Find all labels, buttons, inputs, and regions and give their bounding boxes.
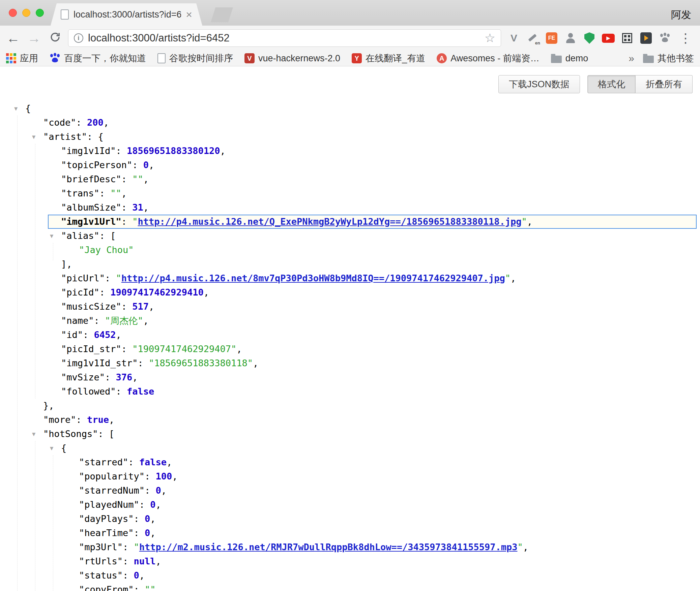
json-punctuation: : bbox=[134, 528, 145, 538]
paw-extension-icon[interactable] bbox=[658, 31, 672, 45]
json-key: "img1v1Id" bbox=[61, 146, 116, 156]
json-tree: ▼{"code": 200,▼"artist": {"img1v1Id": 18… bbox=[0, 100, 700, 591]
json-key: "briefDesc" bbox=[61, 174, 121, 184]
other-bookmarks[interactable]: 其他书签 bbox=[643, 52, 694, 64]
bookmark-youdao[interactable]: Y 在线翻译_有道 bbox=[352, 52, 425, 64]
json-number: 100 bbox=[156, 471, 172, 481]
json-punctuation: , bbox=[132, 372, 138, 382]
back-button[interactable]: ← bbox=[5, 31, 21, 45]
json-number: 0 bbox=[145, 528, 150, 538]
new-tab-button[interactable] bbox=[211, 7, 233, 22]
bookmarks-overflow-icon[interactable]: » bbox=[629, 53, 634, 64]
player-extension-icon[interactable] bbox=[639, 31, 653, 45]
bookmark-awesomes[interactable]: A Awesomes - 前端资… bbox=[437, 52, 539, 64]
json-line: "img1v1Id_str": "18569651883380118", bbox=[0, 356, 700, 370]
browser-menu-icon[interactable]: ⋮ bbox=[676, 32, 695, 44]
collapse-all-button[interactable]: 折叠所有 bbox=[636, 75, 693, 93]
youdao-sub-label: en bbox=[535, 40, 540, 45]
json-number: 0 bbox=[156, 485, 161, 496]
collapse-toggle-icon[interactable]: ▼ bbox=[50, 229, 53, 243]
json-line: ▼"hotSongs": [ bbox=[0, 427, 700, 441]
json-string: " bbox=[505, 273, 511, 283]
json-punctuation: { bbox=[61, 443, 66, 453]
json-punctuation: : bbox=[121, 344, 133, 354]
json-number: 6452 bbox=[94, 330, 116, 340]
address-bar[interactable]: i localhost:3000/artists?id=6452 ☆ bbox=[68, 29, 501, 47]
json-punctuation: : bbox=[132, 160, 143, 170]
youtube-icon[interactable]: ▶ bbox=[601, 31, 616, 45]
json-string: "" bbox=[132, 174, 143, 184]
adblock-shield-icon[interactable] bbox=[582, 31, 597, 45]
json-punctuation: ], bbox=[61, 259, 72, 269]
json-url-link[interactable]: http://m2.music.126.net/RMJR7wDullRqppBk… bbox=[139, 542, 518, 552]
json-punctuation: , bbox=[104, 117, 109, 128]
minimize-window-button[interactable] bbox=[22, 9, 30, 17]
document-icon bbox=[157, 53, 166, 63]
collapse-toggle-icon[interactable]: ▼ bbox=[32, 427, 35, 441]
collapse-toggle-icon[interactable]: ▼ bbox=[50, 441, 53, 455]
profile-person-icon[interactable] bbox=[563, 31, 578, 45]
browser-window: localhost:3000/artists?id=645 × 阿发 ← → i… bbox=[0, 0, 700, 591]
url-input[interactable]: localhost:3000/artists?id=6452 bbox=[88, 32, 230, 44]
bookmark-apps[interactable]: 应用 bbox=[6, 52, 38, 64]
json-line: "more": true, bbox=[0, 413, 700, 427]
json-key: "name" bbox=[61, 315, 94, 326]
player-icon bbox=[640, 32, 652, 44]
vimium-icon[interactable]: V bbox=[506, 31, 521, 45]
json-line: ▼{ bbox=[0, 101, 700, 116]
page-content: 下载JSON数据 格式化 折叠所有 ▼{"code": 200,▼"artist… bbox=[0, 66, 700, 591]
fe-badge: FE bbox=[546, 32, 557, 44]
json-punctuation: , bbox=[139, 570, 145, 581]
json-key: "hearTime" bbox=[79, 528, 134, 538]
bookmark-vue-hackernews[interactable]: V vue-hackernews-2.0 bbox=[244, 53, 340, 64]
json-key: "starred" bbox=[79, 457, 128, 467]
json-line: "followed": false bbox=[0, 384, 700, 399]
bookmark-label: 谷歌按时间排序 bbox=[169, 52, 233, 64]
json-punctuation: : bbox=[76, 117, 87, 128]
json-url-link[interactable]: http://p4.music.126.net/8mv7qP30Pd3oHW8b… bbox=[121, 273, 505, 283]
tab-close-icon[interactable]: × bbox=[186, 9, 192, 20]
close-window-button[interactable] bbox=[9, 9, 17, 17]
browser-tab[interactable]: localhost:3000/artists?id=645 × bbox=[51, 3, 202, 26]
profile-name[interactable]: 阿发 bbox=[671, 8, 691, 22]
download-json-button[interactable]: 下载JSON数据 bbox=[498, 75, 580, 93]
json-url-link[interactable]: http://p4.music.126.net/Q_ExePNkmgB2yWyL… bbox=[138, 216, 522, 227]
json-key: "artist" bbox=[43, 131, 87, 142]
json-line-highlighted: "img1v1Url": "http://p4.music.126.net/Q_… bbox=[48, 215, 697, 229]
vimium-letter: V bbox=[511, 32, 517, 44]
json-punctuation: , bbox=[156, 499, 161, 510]
json-line: "rtUrls": null, bbox=[0, 554, 700, 568]
json-punctuation: : bbox=[105, 372, 116, 382]
json-line: "code": 200, bbox=[0, 116, 700, 130]
json-key: "hotSongs" bbox=[43, 429, 98, 439]
reload-button[interactable] bbox=[47, 31, 63, 45]
youdao-icon: Y bbox=[352, 53, 362, 63]
collapse-toggle-icon[interactable]: ▼ bbox=[32, 130, 35, 144]
collapse-toggle-icon[interactable]: ▼ bbox=[14, 101, 18, 116]
bookmark-baidu[interactable]: 百度一下，你就知道 bbox=[50, 52, 146, 64]
fullscreen-window-button[interactable] bbox=[36, 9, 44, 17]
json-line: "hearTime": 0, bbox=[0, 526, 700, 540]
json-line: "picId_str": "19097417462929407", bbox=[0, 342, 700, 356]
bookmark-star-icon[interactable]: ☆ bbox=[485, 32, 495, 44]
json-punctuation: : bbox=[145, 471, 156, 481]
json-key: "albumSize" bbox=[61, 202, 121, 213]
json-line: "starredNum": 0, bbox=[0, 484, 700, 498]
bookmark-google-sort[interactable]: 谷歌按时间排序 bbox=[157, 52, 233, 64]
json-line: ▼"artist": { bbox=[0, 130, 700, 144]
other-bookmarks-label: 其他书签 bbox=[658, 52, 694, 64]
json-punctuation: , bbox=[204, 287, 209, 298]
qr-code-icon[interactable] bbox=[620, 31, 635, 45]
json-punctuation: : bbox=[121, 202, 133, 213]
json-line: ▼{ bbox=[0, 441, 700, 455]
fe-extension-icon[interactable]: FE bbox=[544, 31, 559, 45]
bookmark-label: 应用 bbox=[20, 52, 38, 64]
json-punctuation: : bbox=[76, 414, 87, 425]
site-info-icon[interactable]: i bbox=[74, 33, 83, 43]
bookmark-demo[interactable]: demo bbox=[551, 53, 588, 64]
json-punctuation: { bbox=[25, 103, 31, 114]
json-key: "dayPlays" bbox=[79, 514, 134, 524]
youdao-translate-icon[interactable]: en bbox=[525, 31, 540, 45]
bookmark-label: demo bbox=[565, 53, 588, 64]
format-button[interactable]: 格式化 bbox=[587, 75, 636, 93]
